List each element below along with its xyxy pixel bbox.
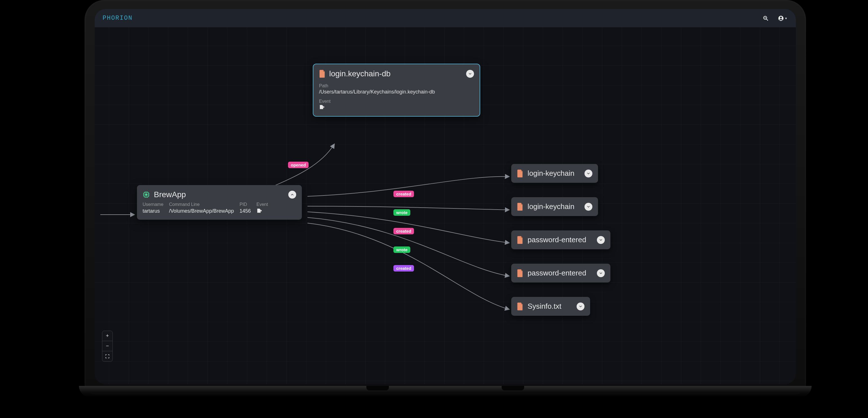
edge-label-wrote-1: wrote [394, 209, 410, 216]
file-icon [517, 169, 523, 178]
file-icon [517, 269, 523, 277]
username-value: tartarus [143, 208, 163, 214]
collapse-button[interactable] [466, 70, 474, 78]
path-label: Path [319, 84, 474, 89]
edge-label-created-2: created [394, 228, 414, 234]
cmdline-value: /Volumes/BrewApp/BrewApp [169, 208, 234, 214]
node-title: password-entered [528, 235, 592, 244]
file-icon [517, 236, 523, 244]
edge-label-created-3: created [394, 265, 414, 271]
file-arrow-icon [256, 208, 262, 213]
zoom-fit-button[interactable] [102, 351, 113, 361]
file-node-keychain[interactable]: login.keychain-db Path /Users/tartarus/L… [313, 64, 479, 116]
event-label: Event [256, 202, 268, 207]
app-header: PHORION ▾ [95, 9, 796, 27]
expand-button[interactable] [585, 169, 592, 178]
file-node-password-entered-1[interactable]: password-entered [511, 230, 611, 249]
event-value [319, 104, 474, 111]
zoom-in-button[interactable]: + [102, 331, 113, 341]
file-node-password-entered-2[interactable]: password-entered [511, 264, 611, 283]
file-node-login-keychain-2[interactable]: login-keychain [511, 197, 598, 216]
expand-button[interactable] [597, 269, 605, 277]
app-screen: PHORION ▾ [95, 9, 796, 384]
node-title: BrewApp [154, 190, 186, 199]
cmdline-label: Command Line [169, 202, 234, 207]
user-menu[interactable]: ▾ [777, 14, 788, 23]
node-title: login-keychain [528, 169, 580, 178]
file-icon [319, 70, 325, 78]
laptop-notch [502, 386, 524, 390]
event-label: Event [319, 99, 474, 104]
node-title: login.keychain-db [329, 69, 391, 78]
brand-logo[interactable]: PHORION [102, 14, 132, 22]
process-node-brewapp[interactable]: BrewApp Username tartarus Command Line /… [137, 185, 302, 220]
zoom-controls: + − [102, 331, 113, 362]
search-icon[interactable] [762, 14, 770, 23]
expand-button[interactable] [585, 203, 592, 211]
file-node-sysinfo[interactable]: Sysinfo.txt [511, 297, 590, 316]
edge-label-wrote-2: wrote [394, 247, 410, 253]
expand-button[interactable] [577, 302, 585, 311]
caret-down-icon: ▾ [785, 17, 787, 20]
zoom-out-button[interactable]: − [102, 341, 113, 351]
expand-button[interactable] [597, 236, 605, 244]
laptop-base [79, 386, 812, 397]
collapse-button[interactable] [288, 191, 296, 199]
node-title: Sysinfo.txt [528, 302, 572, 311]
file-icon [517, 203, 523, 211]
node-title: login-keychain [528, 202, 580, 211]
pid-value: 1456 [240, 208, 251, 214]
file-node-login-keychain-1[interactable]: login-keychain [511, 164, 598, 183]
laptop-frame: PHORION ▾ [85, 0, 806, 394]
edge-label-opened: opened [288, 162, 309, 168]
svg-rect-4 [145, 194, 147, 196]
path-value: /Users/tartarus/Library/Keychains/login.… [319, 89, 474, 95]
pid-label: PID [240, 202, 251, 207]
event-value [256, 208, 268, 215]
svg-point-2 [780, 17, 782, 18]
node-title: password-entered [528, 269, 592, 278]
file-icon [517, 302, 523, 311]
cpu-icon [143, 191, 150, 198]
file-arrow-icon [319, 104, 325, 109]
laptop-notch [366, 386, 389, 390]
edge-label-created-1: created [394, 191, 414, 197]
username-label: Username [143, 202, 163, 207]
